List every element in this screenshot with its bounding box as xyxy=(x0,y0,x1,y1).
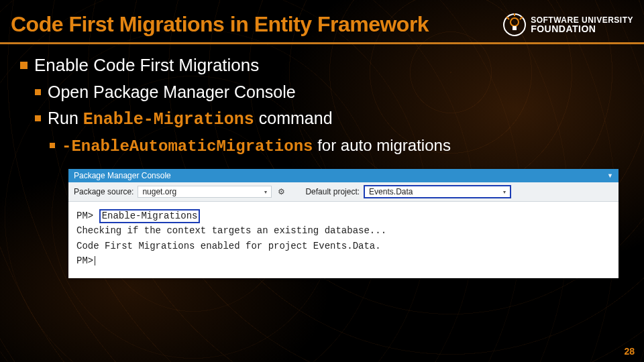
default-project-label: Default project: xyxy=(305,187,360,196)
svg-line-4 xyxy=(520,17,523,19)
package-source-label: Package source: xyxy=(74,187,133,196)
bullet-level2: Open Package Manager Console xyxy=(35,82,623,102)
slide-header: Code First Migrations in Entity Framewor… xyxy=(0,0,644,44)
logo-line1: SOFTWARE UNIVERSITY xyxy=(531,16,633,24)
bullet-level1: Enable Code First Migrations xyxy=(20,55,623,76)
lightbulb-gear-icon xyxy=(502,13,527,37)
slide-title: Code First Migrations in Entity Framewor… xyxy=(11,12,429,37)
bullet-text-post: command xyxy=(254,109,333,127)
svg-point-1 xyxy=(511,18,519,26)
bullet-icon xyxy=(50,143,55,148)
chevron-down-icon: ▾ xyxy=(503,189,506,195)
default-project-value: Events.Data xyxy=(369,187,413,196)
chevron-down-icon: ▾ xyxy=(264,189,267,195)
console-title-text: Package Manager Console xyxy=(74,171,171,180)
bullet-text: Enable Code First Migrations xyxy=(34,55,259,75)
console-prompt: PM> xyxy=(76,210,93,221)
svg-rect-2 xyxy=(513,26,517,30)
bullet-text-post: for auto migrations xyxy=(313,136,450,154)
console-prompt: PM> xyxy=(76,255,93,266)
code-text: Enable-Migrations xyxy=(83,110,254,129)
logo-text: SOFTWARE UNIVERSITY FOUNDATION xyxy=(531,16,633,34)
text-cursor-icon xyxy=(95,256,95,265)
gear-icon[interactable]: ⚙ xyxy=(276,187,286,196)
bullet-level2: Run Enable-Migrations command xyxy=(35,109,623,129)
bullet-level3: -EnableAutomaticMigrations for auto migr… xyxy=(50,136,623,156)
package-source-value: nuget.org xyxy=(142,187,176,196)
bullet-text: Open Package Manager Console xyxy=(48,82,296,101)
svg-line-3 xyxy=(506,17,509,19)
console-toolbar: Package source: nuget.org ▾ ⚙ Default pr… xyxy=(68,182,619,202)
package-manager-console-screenshot: Package Manager Console ▼ Package source… xyxy=(68,169,619,278)
bullet-icon xyxy=(35,115,41,121)
logo-line2: FOUNDATION xyxy=(531,24,633,34)
logo: SOFTWARE UNIVERSITY FOUNDATION xyxy=(502,13,633,37)
console-output-line: Code First Migrations enabled for projec… xyxy=(76,239,610,253)
console-output-line: Checking if the context targets an exist… xyxy=(76,223,610,238)
page-number: 28 xyxy=(624,346,635,357)
slide-content: Enable Code First Migrations Open Packag… xyxy=(0,44,644,278)
console-body[interactable]: PM> Enable-Migrations Checking if the co… xyxy=(68,202,619,278)
console-titlebar: Package Manager Console ▼ xyxy=(68,169,619,182)
console-command-highlighted: Enable-Migrations xyxy=(99,209,201,223)
bullet-text-pre: Run xyxy=(48,109,83,127)
code-text: -EnableAutomaticMigrations xyxy=(62,137,313,156)
bullet-icon xyxy=(20,62,28,69)
console-line: PM> Enable-Migrations xyxy=(76,208,610,223)
bullet-icon xyxy=(35,89,41,95)
package-source-dropdown[interactable]: nuget.org ▾ xyxy=(138,186,272,198)
console-line: PM> xyxy=(76,253,610,268)
chevron-down-icon: ▼ xyxy=(607,172,613,179)
default-project-dropdown[interactable]: Events.Data ▾ xyxy=(364,185,511,198)
